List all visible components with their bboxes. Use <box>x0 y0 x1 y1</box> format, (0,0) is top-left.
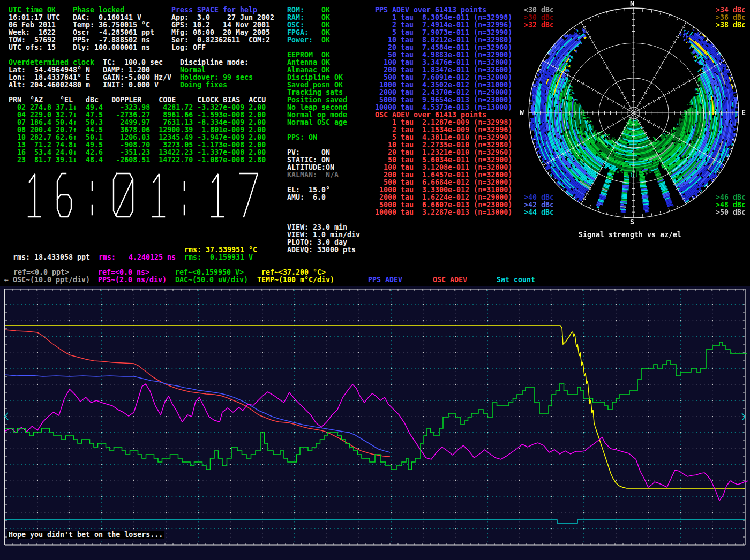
pps-adev-row-4: 20 tau 7.4584e-011 (n=32960) <box>375 44 512 51</box>
legend-gt30: >30 dBc <box>524 14 554 21</box>
selftest-block-1: RAM: OK <box>287 14 330 21</box>
mask-block-1: AMU: 6.0 <box>287 194 326 201</box>
series-dac-0: DAC~(50.0 uV/div) <box>175 276 248 284</box>
health-block-6: Position saved <box>287 96 347 104</box>
osc-adev-row-1: 2 tau 1.1534e-009 (n=32996) <box>375 126 512 134</box>
legend-gt34: >34 dBc <box>716 6 746 14</box>
polar-w-0: W <box>520 109 524 117</box>
time-block-4: TOW: 57692 <box>9 36 56 44</box>
sat-row-2: 07 186.4 50.4↑ 50.3 2499.97 7631.13 -8.3… <box>9 119 266 126</box>
recv-flags-3: KALMAN: N/A <box>287 171 339 179</box>
loop-block-0: TC: 100.0 sec <box>103 59 163 66</box>
osc-block-3: Osc↑ -4.285061 ppt <box>73 29 154 36</box>
pps-adev-row-5: 50 tau 4.9883e-011 (n=32900) <box>375 51 512 59</box>
time-block-3: Week: 1622 <box>9 29 56 36</box>
sat-row-4: 10 282.7 62.6↑ 50.1 1206.03 12345.49 -3.… <box>9 134 266 141</box>
osc-block-2: Temp: 36.750015 °C <box>73 21 150 29</box>
loop-block-1: DAMP: 1.200 <box>103 66 150 74</box>
series-satcount-0: Sat count <box>497 276 535 284</box>
clock-status-block-3: Alt: 204.46002480 m <box>9 81 90 89</box>
time-block-1: 16:01:17 UTC <box>9 14 60 21</box>
selftest-block-4: Power: OK <box>287 36 330 44</box>
legend-gt46: >46 dBc <box>716 194 746 201</box>
osc-adev-row-11: 5000 tau 6.6607e-013 (n=23000) <box>375 201 512 209</box>
selftest-block-3: FPGA: OK <box>287 29 330 36</box>
osc-block-1: DAC: 0.160141 V <box>73 14 141 21</box>
osc-block-4: PPS↑ -7.888502 ns <box>73 36 150 44</box>
discipline-block-3: Doing fixes <box>180 81 227 89</box>
sat-row-3: 08 200.4 20.7↑ 44.5 3678.06 12900.39 1.8… <box>9 126 266 134</box>
view-block-1: VIEW: 1.0 min/div <box>287 231 360 239</box>
osc-adev-row-3: 10 tau 2.2735e-010 (n=32980) <box>375 141 512 149</box>
version-block-4: Ser: 0.82362611 COM:2 <box>171 36 270 44</box>
recv-flags-0: PV: ON <box>287 149 330 156</box>
legend-gt50: >50 dBc <box>716 209 746 216</box>
pps-adev-row-10: 2000 tau 2.4370e-012 (n=29000) <box>375 89 512 96</box>
polar-grid <box>521 1 746 225</box>
clock-status-block-0: Overdetermined clock <box>9 59 94 66</box>
selftest-block-2: OSC: OK <box>287 21 330 29</box>
big-clock <box>0 172 268 221</box>
loop-block-2: GAIN:-5.000 Hz/V <box>103 74 171 81</box>
recv-flags-2: ALTITUDE:ON <box>287 164 334 171</box>
ref-temp-0: ref~<37.200 °C> <box>261 269 326 276</box>
pps-adev-row-9: 1000 tau 4.3502e-012 (n=31000) <box>375 81 512 89</box>
discipline-block-0: Discipline mode: <box>180 59 249 66</box>
pps-adev-row-11: 5000 tau 9.9654e-013 (n=23000) <box>375 96 512 104</box>
version-block-3: Mfg: 08:00 20 May 2005 <box>171 29 270 36</box>
view-block-2: PLOTQ: 3.0 day <box>287 239 347 246</box>
pps-adev-row-7: 200 tau 1.8347e-011 (n=32600) <box>375 66 512 74</box>
health-block-5: Tracking sats <box>287 89 343 96</box>
rms-temp-0: rms: 37.539951 °C <box>184 246 257 254</box>
osc-adev-row-0: 1 tau 2.1287e-009 (n=32998) <box>375 119 512 126</box>
osc-adev-row-9: 1000 tau 3.3300e-012 (n=31000) <box>375 186 512 194</box>
osc-block-5: Dly: 100.000001 ns <box>73 44 150 51</box>
health-block-1: Antenna OK <box>287 59 330 66</box>
sat-row-5: 13 71.2 74.8↓ 49.5 -908.70 3273.05 -1.17… <box>9 141 266 149</box>
polar-caption-0: Signal strength vs az/el <box>579 231 681 239</box>
series-pps-0: PPS~(2.0 ns/div) <box>98 276 167 284</box>
health-block-8: Normal op mode <box>287 111 347 119</box>
health-block-2: Almanac OK <box>287 66 330 74</box>
legend-gt38: >38 dBc <box>716 21 746 29</box>
ref-osc-0: ref=<0.0 ppt> <box>13 269 69 276</box>
view-block-0: VIEW: 23.0 min <box>287 224 347 231</box>
clock-status-block-2: Lon: 18.4337841° E <box>9 74 90 81</box>
pps-adev-row-2: 5 tau 7.9073e-011 (n=32990) <box>375 29 512 36</box>
recv-flags-1: STATIC: ON <box>287 156 330 164</box>
ref-pps-0: ref=<0.0 ns> <box>98 269 149 276</box>
health-block-3: Discipline OK <box>287 74 343 81</box>
sat-table-header: PRN °AZ °EL dBc DOPPLER CODE CLOCK BIAS … <box>9 96 266 104</box>
series-ppsadev-0: PPS ADEV <box>368 276 402 284</box>
series-oscadev-0: OSC ADEV <box>433 276 467 284</box>
polar-e-0: E <box>741 109 746 117</box>
version-block-5: Log: OFF <box>171 44 206 51</box>
legend-lt30: <30 dBc <box>524 6 554 14</box>
version-block-0: Press SPACE for help <box>171 6 257 14</box>
pps-adev-row-8: 500 tau 7.6091e-012 (n=32000) <box>375 74 512 81</box>
legend-gt42: >42 dBc <box>524 201 554 209</box>
osc-adev-row-8: 500 tau 6.6684e-012 (n=32000) <box>375 179 512 186</box>
polar-n-0: N <box>630 0 634 7</box>
polar-s-0: S <box>630 218 634 226</box>
health-block-9: Normal OSC age <box>287 119 347 126</box>
clock-status-block-1: Lat: 54.4964948° N <box>9 66 90 74</box>
osc-adev-row-6: 100 tau 3.1208e-011 (n=32800) <box>375 164 512 171</box>
series-temp-0: TEMP~(100 m°C/div) <box>257 276 334 284</box>
osc-adev-title: OSC ADEV over 61413 points <box>375 111 486 119</box>
osc-block-0: Phase locked <box>73 6 124 14</box>
osc-adev-row-5: 50 tau 5.6034e-011 (n=32900) <box>375 156 512 164</box>
sat-row-7: 23 81.7 39.1↓ 48.4 -2608.51 14722.70 -1.… <box>9 156 266 164</box>
osc-adev-row-4: 20 tau 1.2321e-010 (n=32960) <box>375 149 512 156</box>
legend-gt40: >40 dBc <box>524 194 554 201</box>
ref-dac-0: ref~<0.159950 V> <box>175 269 244 276</box>
osc-adev-row-12: 10000 tau 3.2287e-013 (n=13000) <box>375 209 512 216</box>
legend-gt44: >44 dBc <box>524 209 554 216</box>
rms-dac-0: rms: 0.159931 V <box>184 254 253 261</box>
sat-row-0: 02 274.8 37.1↓ 49.4 -323.98 4281.72 -3.3… <box>9 104 266 111</box>
version-block-2: GPS: 10.2 14 Nov 2001 <box>171 21 270 29</box>
sat-row-6: 16 53.4 24.0↓ 42.6 -351.23 13422.23 -1.3… <box>9 149 266 156</box>
pps-adev-row-3: 10 tau 8.0212e-011 (n=32980) <box>375 36 512 44</box>
discipline-block-1: Normal <box>180 66 206 74</box>
health-block-4: Saved posn OK <box>287 81 343 89</box>
